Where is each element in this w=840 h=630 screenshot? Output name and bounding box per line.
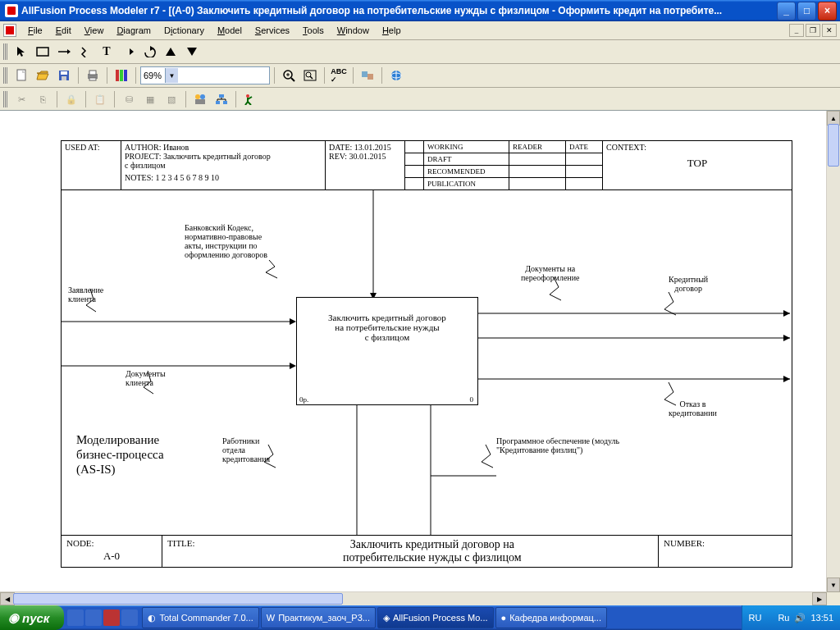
activity-box[interactable]: Заключить кредитный договор на потребите…: [296, 297, 478, 405]
taskbar-item[interactable]: ◐ Total Commander 7.0...: [142, 607, 258, 628]
menu-window[interactable]: Window: [331, 24, 376, 37]
lang-keyboard[interactable]: Ru: [778, 613, 789, 623]
toolbar-grip[interactable]: [3, 43, 8, 60]
svg-rect-12: [61, 71, 67, 75]
arrow-tool[interactable]: [54, 42, 74, 62]
text-tool[interactable]: T: [97, 42, 116, 62]
scroll-thumb-h[interactable]: [13, 593, 343, 605]
org-button[interactable]: [212, 89, 231, 109]
app-icon: [5, 4, 18, 17]
model-explorer-button[interactable]: [112, 66, 131, 85]
svg-line-26: [310, 76, 313, 79]
undo-tool[interactable]: [139, 42, 159, 62]
mdi-minimize-button[interactable]: _: [789, 24, 804, 37]
output-label-3: Отказ в кредитовании: [669, 399, 717, 418]
diagram-body[interactable]: Заключить кредитный договор на потребите…: [62, 190, 792, 535]
svg-rect-28: [368, 74, 373, 80]
diagram-footer: NODE: A-0 TITLE: Заключить кредитный дог…: [62, 535, 792, 567]
roles-button[interactable]: [190, 89, 210, 109]
taskbar-item-active[interactable]: ◈ AllFusion Process Mo...: [377, 607, 494, 628]
paste-button: 📋: [90, 89, 110, 109]
squiggle-tool[interactable]: [75, 42, 95, 62]
toolbar-grip[interactable]: [3, 67, 8, 84]
menu-diagram[interactable]: Diagram: [110, 24, 158, 37]
output-label-2: Кредитный договор: [669, 275, 708, 293]
diagram-canvas[interactable]: USED AT: AUTHOR: Иванов PROJECT: Заключи…: [15, 111, 827, 592]
svg-line-21: [291, 78, 294, 81]
menu-view[interactable]: View: [78, 24, 111, 37]
save-button[interactable]: [54, 66, 74, 85]
node-cell: NODE: A-0: [62, 536, 162, 567]
taskbar-item[interactable]: ● Кафедра информац...: [495, 607, 607, 628]
taskbar: ◉пуск ◐ Total Commander 7.0... W Практик…: [0, 605, 840, 630]
triangle-up-tool[interactable]: [161, 42, 180, 62]
svg-rect-17: [116, 70, 119, 81]
menu-model[interactable]: Model: [211, 24, 249, 37]
svg-rect-16: [89, 78, 96, 80]
run-button[interactable]: [240, 89, 260, 109]
triangle-down-tool[interactable]: [182, 42, 202, 62]
num-label: 0: [470, 395, 474, 404]
lang-indicator[interactable]: RU: [749, 613, 762, 623]
new-button[interactable]: [11, 66, 31, 85]
svg-marker-0: [17, 47, 25, 57]
reports-button[interactable]: [358, 66, 377, 85]
open-button[interactable]: [33, 66, 52, 85]
svg-marker-5: [150, 46, 154, 51]
menu-edit[interactable]: Edit: [49, 24, 78, 37]
ql-kaspersky-icon[interactable]: [103, 609, 120, 626]
scroll-right-icon[interactable]: ▶: [812, 592, 827, 605]
minimize-button[interactable]: _: [777, 2, 796, 21]
vertical-scrollbar[interactable]: ▲ ▼: [826, 111, 840, 592]
control-label: Банковский Кодекс, нормативно-правовые а…: [185, 223, 267, 259]
clock[interactable]: 13:51: [810, 613, 833, 623]
zoom-value: 69%: [144, 71, 162, 80]
scroll-down-icon[interactable]: ▼: [827, 578, 840, 592]
svg-marker-54: [783, 310, 790, 317]
toolbar-tools: T: [0, 40, 840, 64]
zoom-combo[interactable]: 69%▼: [140, 66, 270, 84]
svg-line-46: [248, 102, 251, 105]
ql-ie-icon[interactable]: [67, 609, 84, 626]
toolbar-grip[interactable]: [3, 91, 8, 107]
close-button[interactable]: ×: [818, 2, 837, 21]
menu-services[interactable]: Services: [249, 24, 296, 37]
mdi-restore-button[interactable]: ❐: [806, 24, 820, 37]
svg-marker-48: [290, 318, 296, 325]
start-button[interactable]: ◉пуск: [0, 605, 64, 630]
spellcheck-button[interactable]: ABC✓: [329, 66, 349, 85]
zoom-in-button[interactable]: [279, 66, 299, 85]
print-button[interactable]: [83, 66, 103, 85]
ql-firefox-icon[interactable]: [85, 609, 102, 626]
menu-dictionary[interactable]: Dictionary: [158, 24, 211, 37]
ql-paint-icon[interactable]: [121, 609, 138, 626]
volume-icon[interactable]: 🔊: [794, 613, 806, 623]
horizontal-scrollbar[interactable]: ◀ ▶: [0, 591, 827, 605]
svg-marker-3: [67, 49, 71, 54]
menu-tools[interactable]: Tools: [296, 24, 331, 37]
caption-text: Моделирование бизнес-процесса (AS-IS): [76, 432, 164, 477]
svg-rect-18: [120, 70, 123, 81]
taskbar-item[interactable]: W Практикум_заоч_Р3...: [261, 607, 376, 628]
scroll-thumb-v[interactable]: [828, 124, 839, 167]
cost-label: 0р.: [299, 395, 308, 404]
menu-help[interactable]: Help: [376, 24, 408, 37]
svg-rect-27: [362, 71, 368, 77]
chevron-down-icon[interactable]: ▼: [165, 68, 178, 83]
svg-point-42: [246, 94, 249, 98]
browser-button[interactable]: [386, 66, 406, 85]
author-project-cell: AUTHOR: Иванов PROJECT: Заключить кредит…: [121, 141, 326, 189]
maximize-button[interactable]: □: [797, 2, 816, 21]
activity-tool[interactable]: [33, 42, 52, 62]
toolbar-edit: ✂ ⎘ 🔒 📋 ⛁ ▦ ▧: [0, 88, 840, 112]
menu-file[interactable]: File: [21, 24, 49, 37]
toolbar-standard: 69%▼ ABC✓: [0, 64, 840, 88]
mdi-close-button[interactable]: ✕: [822, 24, 837, 37]
pointer-tool[interactable]: [11, 42, 31, 62]
goto-arrow-tool[interactable]: [118, 42, 138, 62]
input-label-1: Заявление клиента: [68, 285, 103, 304]
quick-launch: [67, 609, 138, 626]
zoom-fit-button[interactable]: [300, 66, 320, 85]
input-label-2: Документы клиента: [126, 369, 166, 387]
workspace: USED AT: AUTHOR: Иванов PROJECT: Заключи…: [0, 110, 840, 605]
